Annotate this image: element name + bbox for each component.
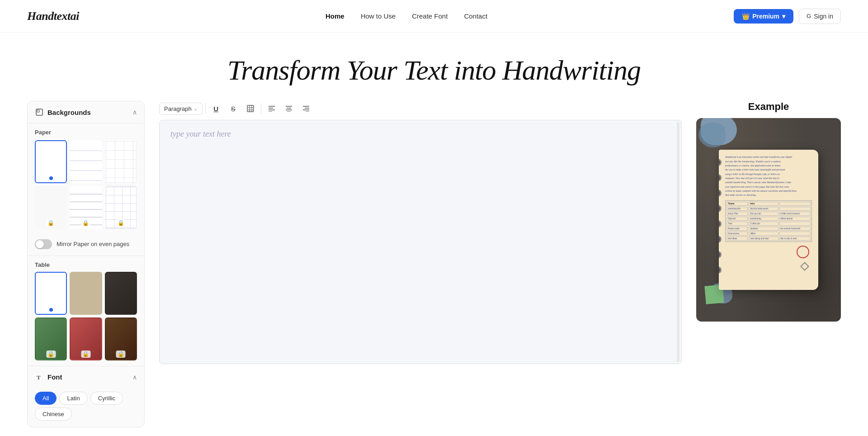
font-header-left: T Font	[35, 373, 62, 382]
editor-area[interactable]: type your text here	[159, 120, 682, 364]
select-chevron-icon: ⌄	[193, 106, 198, 112]
table-grid	[28, 272, 144, 366]
font-filter-cyrillic[interactable]: Cyrillic	[90, 392, 123, 405]
paper-dot-thumb[interactable]	[35, 186, 67, 229]
backgrounds-icon	[35, 108, 44, 117]
paper-label: Paper	[28, 123, 144, 136]
font-section-header[interactable]: T Font ∧	[28, 366, 144, 388]
nav-contact[interactable]: Contact	[464, 12, 487, 20]
font-filter-latin[interactable]: Latin	[59, 392, 87, 405]
table-green-thumb[interactable]	[35, 318, 67, 360]
toggle-knob	[36, 240, 44, 248]
table-button[interactable]	[243, 101, 258, 116]
font-chevron-icon: ∧	[132, 374, 137, 381]
paper-grid2-thumb[interactable]	[105, 186, 137, 229]
notebook-rings	[719, 159, 722, 274]
backgrounds-section-header[interactable]: Backgrounds ∧	[28, 101, 144, 123]
toolbar-sep-1	[205, 103, 206, 114]
font-icon: T	[35, 373, 44, 382]
svg-text:T: T	[37, 374, 41, 381]
table-red-thumb[interactable]	[70, 318, 102, 360]
ring-4	[719, 205, 722, 212]
nav-how-to-use[interactable]: How to Use	[361, 12, 396, 20]
crown-icon: 👑	[742, 13, 750, 20]
editor-scrollbar[interactable]	[677, 122, 679, 362]
notebook-text-content: Handtextai is an innovative online tool …	[725, 155, 812, 197]
table-brown-thumb[interactable]	[70, 272, 102, 315]
notebook-table: Theme Intro marketing titlefind the bull…	[725, 200, 812, 242]
table-dark-thumb[interactable]	[105, 272, 137, 315]
main-content: Backgrounds ∧ Paper Mirror Paper on even…	[0, 101, 868, 436]
toolbar-sep-2	[261, 103, 261, 114]
example-title: Example	[696, 101, 841, 113]
logo[interactable]: Handtextai	[27, 9, 79, 23]
crumpled-paper-2	[698, 123, 726, 147]
chevron-down-icon: ▾	[782, 13, 785, 20]
mirror-row: Mirror Paper on even pages	[28, 235, 144, 256]
table-label: Table	[28, 256, 144, 272]
hero-section: Transform Your Text into Handwriting	[0, 33, 868, 101]
ring-2	[719, 174, 722, 181]
navbar: Handtextai Home How to Use Create Font C…	[0, 0, 868, 33]
font-filter-all[interactable]: All	[35, 392, 57, 405]
ring-8	[719, 266, 722, 274]
red-circle-annotation	[797, 246, 809, 258]
nav-home[interactable]: Home	[326, 12, 344, 20]
sidebar: Backgrounds ∧ Paper Mirror Paper on even…	[27, 101, 145, 427]
selected-dot-table	[49, 308, 53, 312]
paper-lined-thumb[interactable]	[70, 140, 102, 183]
premium-button[interactable]: 👑 Premium ▾	[734, 9, 793, 24]
align-right-button[interactable]	[298, 101, 314, 116]
table-coffee-thumb[interactable]	[105, 318, 137, 360]
ring-1	[719, 159, 722, 166]
nav-links: Home How to Use Create Font Contact	[326, 12, 487, 20]
paragraph-select[interactable]: Paragraph ⌄	[159, 103, 203, 115]
svg-rect-1	[37, 110, 39, 112]
nav-create-font[interactable]: Create Font	[412, 12, 448, 20]
svg-rect-3	[247, 105, 254, 112]
ring-6	[719, 236, 722, 243]
backgrounds-header-left: Backgrounds	[35, 108, 91, 117]
editor-placeholder: type your text here	[170, 129, 231, 139]
paper-blank-thumb[interactable]	[35, 140, 67, 183]
align-center-button[interactable]	[281, 101, 297, 116]
underline-button[interactable]: U	[208, 101, 224, 116]
editor-wrapper: Paragraph ⌄ U S	[159, 101, 682, 364]
editor-toolbar: Paragraph ⌄ U S	[159, 101, 682, 116]
google-icon: G	[807, 13, 811, 19]
ring-5	[719, 220, 722, 227]
font-filter-chinese[interactable]: Chinese	[35, 408, 72, 421]
notebook-body: Handtextai is an innovative online tool …	[719, 150, 818, 290]
selected-dot	[49, 176, 53, 180]
paper-grid-thumb[interactable]	[105, 140, 137, 183]
paper-lined2-thumb[interactable]	[70, 186, 102, 229]
align-left-button[interactable]	[264, 101, 279, 116]
font-filter-buttons: All Latin Cyrillic Chinese	[28, 388, 144, 427]
ring-3	[719, 190, 722, 197]
signin-button[interactable]: G Sign in	[799, 9, 841, 24]
table-blank-thumb[interactable]	[35, 272, 67, 315]
example-panel: Example	[696, 101, 841, 322]
strikethrough-button[interactable]: S	[226, 101, 241, 116]
backgrounds-chevron-icon: ∧	[132, 109, 137, 116]
diamond-annotation	[800, 262, 809, 271]
mirror-toggle[interactable]	[35, 239, 52, 249]
paper-grid	[28, 140, 144, 234]
ring-7	[719, 251, 722, 258]
nav-right: 👑 Premium ▾ G Sign in	[734, 9, 841, 24]
hero-title: Transform Your Text into Handwriting	[0, 54, 868, 86]
mirror-label: Mirror Paper on even pages	[57, 241, 129, 247]
example-image: Handtextai is an innovative online tool …	[696, 118, 841, 322]
